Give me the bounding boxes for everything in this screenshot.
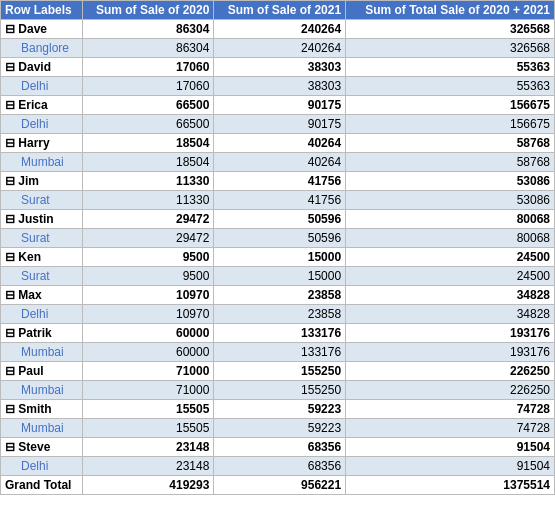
child-label: Delhi — [1, 77, 83, 96]
parent-row[interactable]: ⊟ Max109702385834828 — [1, 286, 555, 305]
sale-2021-value: 23858 — [214, 286, 346, 305]
parent-row[interactable]: ⊟ Harry185044026458768 — [1, 134, 555, 153]
parent-row[interactable]: ⊟ Jim113304175653086 — [1, 172, 555, 191]
child-row[interactable]: Banglore86304240264326568 — [1, 39, 555, 58]
sale-2021-value: 50596 — [214, 210, 346, 229]
child-label: Delhi — [1, 305, 83, 324]
parent-row[interactable]: ⊟ Dave86304240264326568 — [1, 20, 555, 39]
sale-2020-value: 86304 — [82, 20, 214, 39]
child-label: Mumbai — [1, 343, 83, 362]
parent-row[interactable]: ⊟ Smith155055922374728 — [1, 400, 555, 419]
total-sale-value: 80068 — [346, 210, 555, 229]
parent-row[interactable]: ⊟ David170603830355363 — [1, 58, 555, 77]
child-row[interactable]: Delhi109702385834828 — [1, 305, 555, 324]
sale-2021-value: 23858 — [214, 305, 346, 324]
sale-2020-value: 29472 — [82, 210, 214, 229]
child-label: Surat — [1, 191, 83, 210]
sale-2021-value: 40264 — [214, 134, 346, 153]
child-row[interactable]: Mumbai71000155250226250 — [1, 381, 555, 400]
total-sale-value: 55363 — [346, 58, 555, 77]
child-row[interactable]: Delhi231486835691504 — [1, 457, 555, 476]
total-sale-value: 34828 — [346, 305, 555, 324]
total-sale-value: 24500 — [346, 248, 555, 267]
sale-2021-value: 50596 — [214, 229, 346, 248]
total-sale-value: 24500 — [346, 267, 555, 286]
sale-2020-value: 15505 — [82, 400, 214, 419]
total-sale-value: 226250 — [346, 362, 555, 381]
sale-2020-value: 17060 — [82, 77, 214, 96]
parent-row[interactable]: ⊟ Patrik60000133176193176 — [1, 324, 555, 343]
sale-2020-value: 86304 — [82, 39, 214, 58]
parent-row[interactable]: ⊟ Paul71000155250226250 — [1, 362, 555, 381]
total-sale-value: 193176 — [346, 324, 555, 343]
grand-total-label: Grand Total — [1, 476, 83, 495]
total-sale-value: 91504 — [346, 438, 555, 457]
child-label: Mumbai — [1, 381, 83, 400]
total-sale-value: 80068 — [346, 229, 555, 248]
sale-2021-value: 41756 — [214, 172, 346, 191]
sale-2020-value: 18504 — [82, 134, 214, 153]
sale-2021-value: 240264 — [214, 39, 346, 58]
parent-row[interactable]: ⊟ Justin294725059680068 — [1, 210, 555, 229]
sale-2021-value: 68356 — [214, 438, 346, 457]
col-header-row-labels[interactable]: Row Labels — [1, 1, 83, 20]
child-row[interactable]: Surat113304175653086 — [1, 191, 555, 210]
grand-total-row: Grand Total4192939562211375514 — [1, 476, 555, 495]
total-sale-value: 74728 — [346, 419, 555, 438]
child-row[interactable]: Delhi170603830355363 — [1, 77, 555, 96]
sale-2020-value: 17060 — [82, 58, 214, 77]
total-sale-value: 74728 — [346, 400, 555, 419]
total-sale-value: 53086 — [346, 191, 555, 210]
total-sale-value: 326568 — [346, 20, 555, 39]
child-label: Surat — [1, 229, 83, 248]
sale-2021-value: 15000 — [214, 267, 346, 286]
col-header-total-sale[interactable]: Sum of Total Sale of 2020 + 2021 — [346, 1, 555, 20]
sale-2020-value: 66500 — [82, 115, 214, 134]
header-row: Row Labels Sum of Sale of 2020 Sum of Sa… — [1, 1, 555, 20]
sale-2020-value: 18504 — [82, 153, 214, 172]
sale-2020-value: 71000 — [82, 362, 214, 381]
child-label: Delhi — [1, 115, 83, 134]
child-row[interactable]: Surat95001500024500 — [1, 267, 555, 286]
sale-2021-value: 240264 — [214, 20, 346, 39]
child-row[interactable]: Surat294725059680068 — [1, 229, 555, 248]
total-sale-value: 156675 — [346, 115, 555, 134]
sale-2020-value: 10970 — [82, 305, 214, 324]
parent-label: ⊟ Dave — [1, 20, 83, 39]
sale-2020-value: 60000 — [82, 324, 214, 343]
total-sale-value: 226250 — [346, 381, 555, 400]
sale-2020-value: 66500 — [82, 96, 214, 115]
child-row[interactable]: Delhi6650090175156675 — [1, 115, 555, 134]
parent-row[interactable]: ⊟ Erica6650090175156675 — [1, 96, 555, 115]
sale-2020-value: 23148 — [82, 438, 214, 457]
sale-2021-value: 38303 — [214, 77, 346, 96]
total-sale-value: 34828 — [346, 286, 555, 305]
child-row[interactable]: Mumbai155055922374728 — [1, 419, 555, 438]
parent-row[interactable]: ⊟ Steve231486835691504 — [1, 438, 555, 457]
child-label: Mumbai — [1, 419, 83, 438]
sale-2021-value: 155250 — [214, 362, 346, 381]
col-header-sale-2021[interactable]: Sum of Sale of 2021 — [214, 1, 346, 20]
parent-label: ⊟ Paul — [1, 362, 83, 381]
sale-2021-value: 155250 — [214, 381, 346, 400]
sale-2021-value: 38303 — [214, 58, 346, 77]
parent-label: ⊟ Jim — [1, 172, 83, 191]
parent-row[interactable]: ⊟ Ken95001500024500 — [1, 248, 555, 267]
sale-2020-value: 11330 — [82, 172, 214, 191]
sale-2020-value: 10970 — [82, 286, 214, 305]
child-row[interactable]: Mumbai60000133176193176 — [1, 343, 555, 362]
sale-2020-value: 9500 — [82, 267, 214, 286]
total-sale-value: 58768 — [346, 134, 555, 153]
col-header-sale-2020[interactable]: Sum of Sale of 2020 — [82, 1, 214, 20]
sale-2020-value: 23148 — [82, 457, 214, 476]
sale-2021-value: 90175 — [214, 96, 346, 115]
parent-label: ⊟ David — [1, 58, 83, 77]
total-sale-value: 53086 — [346, 172, 555, 191]
total-sale-value: 326568 — [346, 39, 555, 58]
sale-2021-value: 59223 — [214, 400, 346, 419]
child-row[interactable]: Mumbai185044026458768 — [1, 153, 555, 172]
total-sale-value: 156675 — [346, 96, 555, 115]
parent-label: ⊟ Patrik — [1, 324, 83, 343]
sale-2020-value: 29472 — [82, 229, 214, 248]
sale-2020-value: 60000 — [82, 343, 214, 362]
